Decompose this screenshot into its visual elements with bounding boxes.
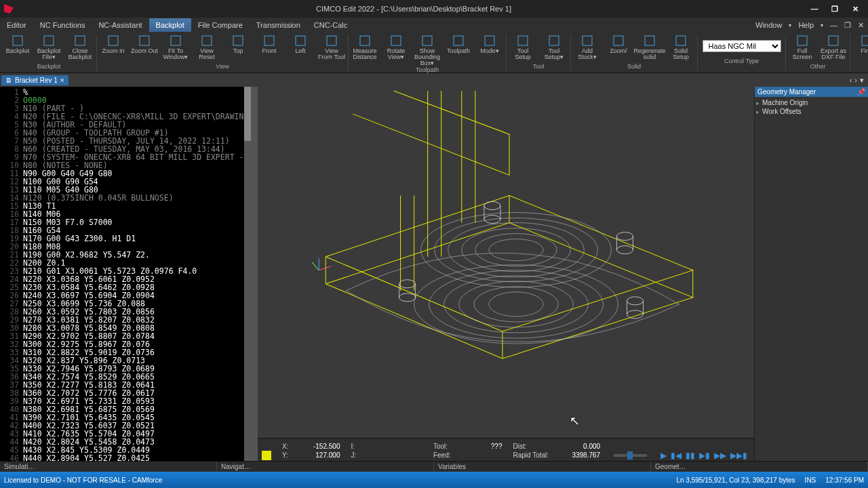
svg-point-43 [489, 239, 543, 261]
ribbon-tab-nc-functions[interactable]: NC Functions [33, 18, 92, 32]
code-editor[interactable]: 1234567891011121314151617181920212223242… [0, 87, 258, 472]
restore-ribbon-icon[interactable]: ❐ [844, 21, 851, 30]
svg-rect-11 [360, 36, 370, 45]
ribbon-regenerate-solid-button[interactable]: Regenerate solid [636, 35, 663, 60]
panel-pin-icon[interactable]: 📌 [857, 88, 865, 96]
play-step-fwd-button[interactable]: ▶▮ [699, 451, 710, 460]
app-logo [4, 4, 14, 14]
main-area: 1234567891011121314151617181920212223242… [0, 87, 868, 472]
ribbon-tab-backplot[interactable]: Backplot [149, 18, 191, 32]
svg-rect-19 [614, 36, 623, 45]
close-ribbon-icon[interactable]: ✕ [858, 21, 864, 30]
editor-scrollbar[interactable] [244, 87, 251, 472]
ribbon-tab-file-compare[interactable]: File Compare [191, 18, 250, 32]
ribbon-measure-distance-button[interactable]: Measure Distance [351, 35, 378, 60]
panel-tab[interactable]: Simulati… [0, 462, 217, 472]
tab-menu-icon[interactable]: ▾ [860, 76, 864, 85]
close-button[interactable]: ✕ [846, 3, 864, 15]
svg-point-57 [616, 232, 633, 241]
svg-rect-7 [233, 36, 243, 45]
play-fast-button[interactable]: ▶▶ [714, 451, 726, 460]
document-tab[interactable]: 🗎 Bracket Rev 1 × [1, 75, 68, 85]
svg-rect-13 [422, 36, 432, 45]
document-tab-strip: 🗎 Bracket Rev 1 × ‹ › ▾ [0, 73, 868, 87]
ribbon-find-button[interactable]: Find [853, 35, 868, 54]
panel-tab[interactable]: Geomet… [651, 462, 868, 472]
svg-point-45 [429, 270, 604, 338]
svg-line-67 [312, 262, 319, 270]
ribbon-close-backplot-button[interactable]: Close Backplot [66, 35, 94, 60]
tab-icon: 🗎 [5, 77, 12, 84]
svg-rect-6 [202, 36, 212, 45]
ribbon-tool-setup--button[interactable]: Tool Setup▾ [540, 35, 568, 60]
tree-node[interactable]: Work Offsets [756, 107, 867, 116]
svg-point-40 [448, 223, 585, 277]
ribbon-front-button[interactable]: Front [256, 35, 283, 54]
ribbon-backplot-button[interactable]: Backplot [4, 35, 31, 54]
min-ribbon-icon[interactable]: — [830, 21, 837, 29]
panel-tab[interactable]: Variables [434, 462, 651, 472]
tab-left-arrow[interactable]: ‹ [850, 76, 852, 85]
ribbon-fit-to-window--button[interactable]: Fit To Window▾ [162, 35, 189, 60]
ribbon-top-button[interactable]: Top [224, 35, 252, 54]
ribbon-group-view: Zoom InZoom OutFit To Window▾View ResetT… [97, 35, 349, 70]
tree-node[interactable]: Machine Origin [756, 98, 867, 107]
svg-point-53 [484, 201, 500, 209]
tab-close-icon[interactable]: × [60, 77, 64, 84]
ribbon-view-from-tool-button[interactable]: View From Tool [318, 35, 345, 60]
ribbon-tab-transmission[interactable]: Transmission [250, 18, 307, 32]
play-pause-button[interactable]: ▮▮ [686, 451, 695, 460]
svg-point-49 [489, 292, 543, 317]
ribbon-tab-cnc-calc[interactable]: CNC-Calc [307, 18, 355, 32]
ribbon-group-toolpath: Measure DistanceRotate View▾Show Boundin… [349, 35, 507, 70]
panel-tab[interactable]: Navigat… [217, 462, 434, 472]
tab-right-arrow[interactable]: › [854, 76, 857, 85]
play-end-button[interactable]: ▶▶▮ [730, 451, 747, 460]
ribbon-left-button[interactable]: Left [287, 35, 314, 54]
backplot-viewport[interactable]: ↖ X:-152.500I:Tool:???Dist:0.000 Y:127.0… [258, 87, 754, 472]
ribbon-show-bounding-box--button[interactable]: Show Bounding Box▾ [414, 35, 441, 66]
ribbon-full-screen-button[interactable]: Full Screen [789, 35, 816, 60]
geometry-manager-panel: Geometry Manager📌 Machine OriginWork Off… [754, 87, 868, 472]
svg-rect-9 [296, 36, 305, 45]
restore-button[interactable]: ❐ [826, 3, 844, 15]
axis-triad [312, 258, 331, 270]
ribbon-group-find: FindGo to Line/Block NumberPrevious Tool… [850, 35, 868, 70]
backplot-canvas [258, 87, 754, 447]
speed-slider[interactable] [614, 454, 647, 457]
ribbon-mode--button[interactable]: Mode▾ [476, 35, 503, 54]
cursor-position-label: Ln 3,595/15,921, Col 23, 398,217 bytes [676, 476, 795, 484]
feed-color-swatch [262, 451, 271, 460]
svg-rect-17 [549, 36, 559, 45]
ribbon-view-reset-button[interactable]: View Reset [193, 35, 220, 60]
ribbon-group-other: Full ScreenExport as DXF File Other [786, 35, 850, 70]
minimize-button[interactable]: — [806, 3, 823, 15]
help-menu[interactable]: Help [798, 21, 814, 29]
svg-rect-5 [171, 36, 180, 45]
svg-rect-0 [13, 36, 22, 45]
play-step-back-button[interactable]: ▮◀ [671, 451, 682, 460]
svg-rect-2 [75, 36, 85, 45]
svg-point-38 [421, 213, 612, 287]
ribbon-solid-setup-button[interactable]: Solid Setup [667, 35, 694, 60]
ribbon-export-as-dxf-file-button[interactable]: Export as DXF File [820, 35, 847, 60]
ribbon-toolpath-button[interactable]: Toolpath [445, 35, 472, 54]
ribbon-tool-setup-button[interactable]: Tool Setup [509, 35, 536, 60]
ribbon-zoom-in-button[interactable]: Zoom In [100, 35, 127, 54]
ribbon-rotate-view--button[interactable]: Rotate View▾ [382, 35, 410, 60]
ribbon-backplot-file--button[interactable]: Backplot File▾ [35, 35, 62, 60]
ribbon-zoom--button[interactable]: Zoom/ [605, 35, 632, 54]
play-start-button[interactable]: ▶ [660, 451, 667, 460]
titlebar: CIMCO Edit 2022 - [C:\Users\brian\Deskto… [0, 0, 868, 18]
ribbon-tab-nc-assistant[interactable]: NC-Assistant [92, 18, 149, 32]
ribbon-add-stock--button[interactable]: Add Stock▾ [574, 35, 601, 60]
license-label: Licensed to DEMO - NOT FOR RESALE - CAMf… [4, 476, 162, 484]
ribbon-tab-editor[interactable]: Editor [0, 18, 33, 32]
svg-point-39 [435, 218, 598, 282]
control-type-select[interactable]: Haas NGC Milling [703, 40, 781, 52]
ribbon: BackplotBackplot File▾Close Backplot Bac… [0, 33, 868, 73]
svg-point-58 [399, 293, 416, 302]
status-bar: Licensed to DEMO - NOT FOR RESALE - CAMf… [0, 472, 868, 488]
ribbon-zoom-out-button[interactable]: Zoom Out [131, 35, 158, 54]
window-menu[interactable]: Window [755, 21, 782, 29]
